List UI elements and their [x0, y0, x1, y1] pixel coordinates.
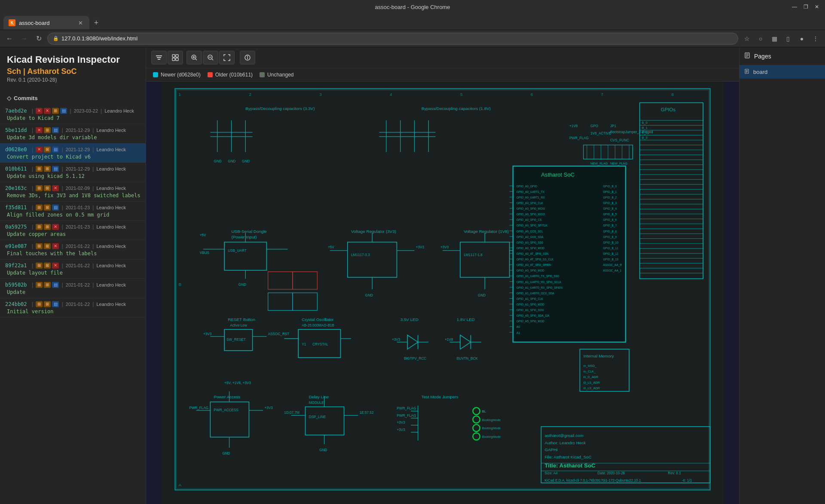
- unchanged-dot: [260, 72, 265, 77]
- page-label: board: [753, 69, 767, 75]
- schematic-svg: astharot@gmail.com Author: Leandro Heck …: [146, 82, 739, 504]
- legend-older: Older (010b611): [208, 72, 253, 78]
- commit-item[interactable]: 89f22a1 | ⊞⊞✕ | 2021-01-22 | Leandro Hec…: [0, 260, 146, 279]
- sidebar: Kicad Revision Inspector Sch | Astharot …: [0, 47, 146, 504]
- commit-date: 2021-12-29: [66, 128, 90, 133]
- svg-text:BootingMode: BootingMode: [482, 435, 501, 439]
- svg-text:Astharot SoC: Astharot SoC: [541, 171, 574, 178]
- svg-text:GND: GND: [228, 159, 235, 163]
- svg-point-16: [248, 56, 248, 57]
- commit-icon: ✕: [52, 185, 59, 191]
- svg-text:GPIO_B_4: GPIO_B_4: [603, 207, 617, 211]
- commit-item[interactable]: 20e163c | ⊞⊞✕ | 2021-02-09 | Leandro Hec…: [0, 182, 146, 202]
- commit-icon: ⊞: [36, 166, 43, 172]
- svg-text:+3V3: +3V3: [397, 421, 406, 425]
- view-button[interactable]: [168, 51, 183, 64]
- svg-text:GPIO_A0_SPI0_CLK: GPIO_A0_SPI0_CLK: [516, 202, 544, 205]
- commit-item[interactable]: b59502b | ⊞⊞▤ | 2021-01-22 | Leandro Hec…: [0, 279, 146, 298]
- commit-item[interactable]: 010b611 | ⊞⊞▤ | 2021-12-29 | Leandro Hec…: [0, 163, 146, 182]
- pages-header: Pages: [739, 47, 825, 65]
- svg-text:GPIO_A1_UART0_RX_SPI0_SCLK: GPIO_A1_UART0_RX_SPI0_SCLK: [516, 281, 562, 284]
- legend-bar: Newer (d0628e0) Older (010b611) Unchange…: [146, 68, 739, 82]
- menu-icon[interactable]: ⋮: [810, 33, 822, 45]
- svg-text:Voltage Regulator (1V8): Voltage Regulator (1V8): [464, 229, 509, 234]
- svg-text:i0_LS_ADR: i0_LS_ADR: [584, 386, 600, 390]
- schematic-container[interactable]: astharot@gmail.com Author: Leandro Heck …: [146, 82, 739, 504]
- commit-icon: ⊞: [36, 243, 43, 249]
- svg-text:SW_RESET: SW_RESET: [226, 338, 246, 342]
- svg-rect-0: [156, 55, 162, 56]
- svg-text:Test Mode Jumpers: Test Mode Jumpers: [422, 394, 458, 399]
- svg-text:GPIO_A1_SPI0_CLK: GPIO_A1_SPI0_CLK: [516, 297, 544, 301]
- commit-hash: f35d811: [5, 205, 29, 211]
- svg-text:Rev: 0.1: Rev: 0.1: [668, 471, 681, 475]
- commit-message: Update using kicad 5.1.12: [5, 173, 141, 179]
- svg-text:BIGTPV_RCC: BIGTPV_RCC: [404, 357, 426, 360]
- svg-text:GPIO_A0_SPI0_MOD: GPIO_A0_SPI0_MOD: [516, 269, 544, 272]
- svg-text:-6: 1/1: -6: 1/1: [682, 479, 692, 483]
- svg-text:GPIO_B_11: GPIO_B_11: [603, 247, 619, 250]
- commit-author: Leandro Heck: [96, 186, 126, 191]
- close-button[interactable]: ✕: [812, 2, 822, 12]
- svg-text:3.5V LED: 3.5V LED: [400, 317, 419, 322]
- star-icon[interactable]: ☆: [741, 33, 753, 45]
- commit-author: Leandro Heck: [96, 224, 126, 229]
- commit-message: Remove 3Ds, fix 3V3 and 1V8 switched lab…: [5, 192, 141, 199]
- url-bar[interactable]: 🔒 127.0.0.1:8080/web/index.html: [47, 33, 738, 45]
- svg-text:+5V: +5V: [200, 233, 206, 237]
- forward-button[interactable]: →: [18, 33, 30, 45]
- commit-item[interactable]: 5be11dd | ✕⊞▤ | 2021-12-29 | Leandro Hec…: [0, 124, 146, 144]
- svg-text:1V8_ACTIVE: 1V8_ACTIVE: [590, 131, 611, 135]
- svg-text:Internal Memory: Internal Memory: [584, 354, 614, 358]
- commit-item[interactable]: d0628e0 | ✕⊞▤ | 2021-12-29 | Leandro Hec…: [0, 144, 146, 163]
- reload-button[interactable]: ↻: [33, 33, 45, 45]
- commit-list: 7aebd2e | ✕✕⊞▤ | 2023-03-22 | Leandro He…: [0, 105, 146, 318]
- commit-icon: ✕: [44, 108, 51, 114]
- browser-title: assoc-board - Google Chrome: [375, 4, 450, 10]
- restore-button[interactable]: ❐: [801, 2, 810, 12]
- zoom-in-button[interactable]: [186, 51, 202, 64]
- commit-icon: ▤: [52, 282, 59, 288]
- filter-button[interactable]: [151, 51, 167, 64]
- svg-line-8: [196, 59, 197, 61]
- new-tab-button[interactable]: +: [89, 16, 103, 30]
- svg-line-12: [212, 59, 214, 61]
- svg-text:RESET Button: RESET Button: [228, 317, 255, 322]
- svg-text:BootingMode: BootingMode: [482, 426, 501, 430]
- svg-text:2: 2: [249, 92, 251, 97]
- fit-button[interactable]: [219, 51, 235, 64]
- svg-text:1D:07.7M: 1D:07.7M: [284, 411, 299, 415]
- svg-text:GPIO_B_5: GPIO_B_5: [603, 213, 617, 216]
- sidebar-toggle-icon[interactable]: ▯: [782, 33, 794, 45]
- commit-author: Leandro Heck: [96, 128, 126, 133]
- active-tab[interactable]: K assoc-board ✕: [3, 16, 89, 30]
- svg-text:GPIOs: GPIOs: [661, 107, 676, 112]
- tab-close-button[interactable]: ✕: [76, 19, 84, 27]
- zoom-out-button[interactable]: [203, 51, 218, 64]
- svg-text:BootstrapJumper_2-Pinged: BootstrapJumper_2-Pinged: [610, 130, 653, 134]
- svg-text:GPIO_A0_UART1_TX: GPIO_A0_UART1_TX: [516, 190, 545, 194]
- commit-item[interactable]: 7aebd2e | ✕✕⊞▤ | 2023-03-22 | Leandro He…: [0, 105, 146, 124]
- tool-group-zoom: [186, 51, 235, 64]
- svg-text:GPIO_A0_AT_SPI0_SSN: GPIO_A0_AT_SPI0_SSN: [516, 252, 549, 256]
- commit-icon: ⊞: [36, 224, 43, 230]
- commit-item[interactable]: 224bb02 | ⊞⊞▤ | 2021-01-22 | Leandro Hec…: [0, 298, 146, 318]
- extensions-icon[interactable]: ▦: [768, 33, 780, 45]
- address-bar: ← → ↻ 🔒 127.0.0.1:8080/web/index.html ☆ …: [0, 30, 825, 47]
- back-button[interactable]: ←: [3, 33, 15, 45]
- svg-text:B: B: [179, 282, 182, 287]
- commit-item[interactable]: f35d811 | ⊞⊞▤ | 2021-01-23 | Leandro Hec…: [0, 202, 146, 221]
- commit-item[interactable]: 0a59275 | ⊞⊞✕ | 2021-01-23 | Leandro Hec…: [0, 221, 146, 240]
- svg-text:GPIO_B_9: GPIO_B_9: [603, 235, 617, 239]
- main-container: Kicad Revision Inspector Sch | Astharot …: [0, 47, 825, 504]
- commit-item[interactable]: e91e087 | ⊞⊞✕ | 2021-01-22 | Leandro Hec…: [0, 240, 146, 260]
- minimize-button[interactable]: —: [790, 2, 799, 12]
- commit-hash: b59502b: [5, 282, 29, 288]
- svg-text:GAPHi: GAPHi: [545, 447, 558, 452]
- avatar-icon[interactable]: ●: [796, 33, 808, 45]
- commit-message: Update layout file: [5, 270, 141, 276]
- svg-text:GND: GND: [238, 283, 246, 287]
- page-item-board[interactable]: board: [739, 65, 825, 79]
- info-button[interactable]: [240, 51, 255, 64]
- profile-icon[interactable]: ○: [755, 33, 767, 45]
